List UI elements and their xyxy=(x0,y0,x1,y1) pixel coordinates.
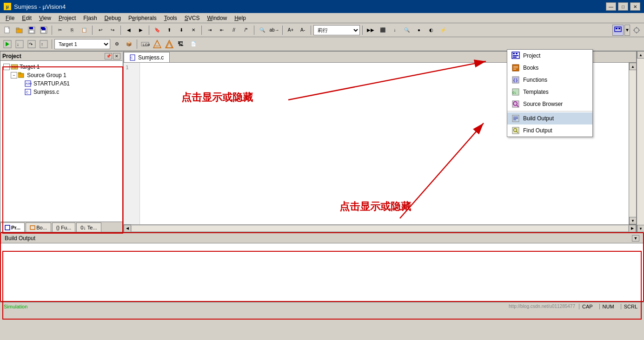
undo-button[interactable]: ↩ xyxy=(95,25,106,36)
panel-tab-templates[interactable]: 0↓ Te... xyxy=(76,222,101,232)
dropdown-item-project[interactable]: Project xyxy=(507,50,592,62)
comment-button[interactable]: // xyxy=(228,25,239,36)
dropdown-books-label: Books xyxy=(523,65,538,71)
debug-step-into-button[interactable]: ↓ xyxy=(14,39,25,50)
hscroll-track[interactable] xyxy=(131,225,629,232)
build-button[interactable] xyxy=(152,39,163,50)
dropdown-item-build-output[interactable]: Build Output xyxy=(507,112,592,124)
tree-item-sumjess[interactable]: C Sumjess.c xyxy=(17,88,120,96)
batch-build-button[interactable]: 🏗 xyxy=(176,39,187,50)
menu-svcs[interactable]: SVCS xyxy=(181,14,204,22)
minimize-button[interactable]: — xyxy=(606,2,616,11)
editor-tab-sumjess[interactable]: C Sumjess.c xyxy=(124,52,170,62)
open-file-button[interactable] xyxy=(14,25,25,36)
right-vscroll-track[interactable] xyxy=(637,59,644,225)
view-window-button[interactable] xyxy=(612,25,624,36)
build-output-dropdown[interactable]: ▼ xyxy=(632,235,639,242)
close-button[interactable]: ✕ xyxy=(630,2,640,11)
find-button[interactable]: 🔍 xyxy=(257,25,268,36)
menu-flash[interactable]: Flash xyxy=(80,14,100,22)
debug-step-over-button[interactable]: ↷ xyxy=(26,39,37,50)
translate-button[interactable]: LOAD xyxy=(139,39,151,50)
menu-window[interactable]: Window xyxy=(203,14,231,22)
replace-button[interactable]: ab→ xyxy=(269,25,280,36)
run-button[interactable]: ▶▶ xyxy=(365,25,376,36)
tree-item-startup[interactable]: ASM STARTUP.A51 xyxy=(17,79,120,88)
build-output-menu-icon xyxy=(511,114,520,123)
panel-tab-functions[interactable]: {} Fu... xyxy=(52,222,75,232)
target-expander[interactable]: − xyxy=(3,64,10,70)
menu-tools[interactable]: Tools xyxy=(160,14,181,22)
dropdown-item-find-output[interactable]: Find Output xyxy=(507,124,592,137)
toolbar-sep-8 xyxy=(311,26,311,35)
menu-help[interactable]: Help xyxy=(231,14,250,22)
decrease-font-button[interactable]: A- xyxy=(297,25,308,36)
save-button[interactable] xyxy=(26,25,37,36)
menu-bar: File Edit View Project Flash Debug Perip… xyxy=(0,13,644,23)
maximize-button[interactable]: □ xyxy=(618,2,628,11)
svg-rect-6 xyxy=(16,28,19,29)
paste-button[interactable]: 📋 xyxy=(79,25,90,36)
dropdown-item-source-browser[interactable]: Source Browser xyxy=(507,98,592,110)
new-file-button[interactable] xyxy=(2,25,13,36)
panel-close-button[interactable]: ✕ xyxy=(113,53,120,59)
run-dropdown[interactable]: 莉行 xyxy=(313,25,360,35)
menu-edit[interactable]: Edit xyxy=(18,14,35,22)
copy-button[interactable]: ⎘ xyxy=(66,25,78,36)
manage-components-button[interactable]: 📦 xyxy=(123,39,134,50)
vscroll-down[interactable]: ▼ xyxy=(629,217,637,224)
menu-debug[interactable]: Debug xyxy=(101,14,125,22)
outdent-button[interactable]: ⇤ xyxy=(216,25,227,36)
target-options-button[interactable]: ⚙ xyxy=(111,39,122,50)
rebuild-button[interactable] xyxy=(164,39,175,50)
title-controls: — □ ✕ xyxy=(606,2,640,11)
source-group-expander[interactable]: − xyxy=(11,72,17,78)
debug-step-out-button[interactable]: ↑ xyxy=(38,39,49,50)
increase-font-button[interactable]: A+ xyxy=(285,25,296,36)
panel-tab-project[interactable]: Pr... xyxy=(0,222,25,232)
target-dropdown[interactable]: Target 1Target 1 xyxy=(54,39,110,49)
settings-button[interactable]: ● xyxy=(413,25,425,36)
uncomment-button[interactable]: /* xyxy=(240,25,252,36)
menu-view[interactable]: View xyxy=(35,14,55,22)
bookmark-prev-button[interactable]: ⬆ xyxy=(164,25,175,36)
cut-button[interactable]: ✂ xyxy=(54,25,66,36)
dropdown-item-books[interactable]: Books xyxy=(507,62,592,74)
indent-button[interactable]: ⇥ xyxy=(204,25,215,36)
right-vscroll-up[interactable]: ▲ xyxy=(637,51,644,59)
menu-peripherals[interactable]: Peripherals xyxy=(125,14,160,22)
bookmark-next-button[interactable]: ⬇ xyxy=(176,25,187,36)
nav-back-button[interactable]: ◀ xyxy=(123,25,134,36)
tools-btn[interactable]: ◐ xyxy=(425,25,437,36)
dropdown-item-templates[interactable]: 0↓ Templates xyxy=(507,86,592,98)
step-button[interactable]: ↓ xyxy=(389,25,400,36)
load-btn[interactable]: ⚡ xyxy=(438,25,449,36)
hscroll-left[interactable]: ◀ xyxy=(124,225,131,232)
view-dropdown-arrow[interactable]: ▼ xyxy=(624,25,630,36)
save-all-button[interactable] xyxy=(38,25,49,36)
build-output-content[interactable] xyxy=(1,243,643,301)
source-group-label: Source Group 1 xyxy=(27,72,66,78)
tools-config-button[interactable] xyxy=(631,25,642,36)
menu-project[interactable]: Project xyxy=(55,14,80,22)
toolbar-sep-6 xyxy=(254,26,254,35)
panel-tab-books[interactable]: Bo... xyxy=(26,222,51,232)
open-map-button[interactable]: 📄 xyxy=(188,39,199,50)
menu-file[interactable]: File xyxy=(2,14,18,22)
bookmark-button[interactable]: 🔖 xyxy=(152,25,163,36)
redo-button[interactable]: ↪ xyxy=(107,25,118,36)
dropdown-item-functions[interactable]: {} Functions xyxy=(507,74,592,86)
right-vscroll-down[interactable]: ▼ xyxy=(637,225,644,232)
toolbar-sep-2 xyxy=(92,26,93,35)
vscroll-up[interactable]: ▲ xyxy=(629,63,637,70)
hscroll-right[interactable]: ▶ xyxy=(629,225,636,232)
panel-pin-button[interactable]: 📌 xyxy=(105,53,112,59)
vscroll-track[interactable] xyxy=(629,70,636,217)
nav-fwd-button[interactable]: ▶ xyxy=(135,25,146,36)
clear-bookmarks-button[interactable]: ✕ xyxy=(188,25,199,36)
stop-button[interactable]: ⬛ xyxy=(377,25,388,36)
debug-start-button[interactable] xyxy=(2,39,13,50)
tree-item-target[interactable]: − TGT Target 1 xyxy=(2,63,120,71)
tree-item-source-group[interactable]: − Source Group 1 xyxy=(10,71,120,79)
zoom-button[interactable]: 🔍 xyxy=(401,25,412,36)
